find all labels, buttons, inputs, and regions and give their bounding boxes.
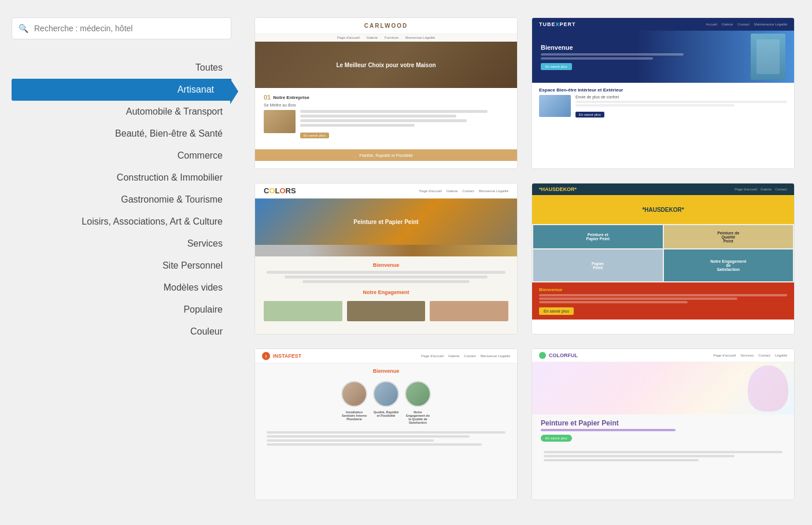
sidebar-item-populaire[interactable]: Populaire [12,299,231,321]
colors-nav: COLORS Page d'accueil Galerie Contact Bi… [255,183,517,199]
tubexpert-hero: Bienvenue En savoir plus [532,31,794,83]
sidebar-item-automobile[interactable]: Automobile & Transport [12,101,231,123]
template-card-hausdekor[interactable]: *HAUSDEKOR* Page d'accueil Galerie Conta… [532,183,795,335]
tubexpert-nav: TUBEXPERT Accueil Galerie Contact Mainte… [532,18,794,31]
instafest-circles [255,377,517,410]
search-input[interactable] [12,17,231,39]
instafest-nav: i INSTAFEST Page d'accueil Galerie Conta… [255,349,517,364]
instafest-labels: Installation Sanitaire Interne Plomberie… [255,410,517,428]
hausdekor-grid: Peinture etPapier Peint Peinture deQuali… [532,224,794,282]
main-content: CARLWOOD Page d'accueil Galerie Furnitur… [243,0,812,525]
carlwood-header: CARLWOOD [255,18,517,34]
sidebar-item-site-personnel[interactable]: Site Personnel [12,255,231,277]
colors-engagement: Notre Engagement [255,285,517,298]
colors-hero: Peinture et Papier Peint [255,199,517,245]
carlwood-section: 01 Notre Entreprise Se Mettre au Bois En… [255,88,517,145]
sidebar-item-construction[interactable]: Construction & Immobilier [12,167,231,189]
template-card-colorful[interactable]: COLORFUL Page d'accueil Services Contact… [532,348,795,500]
template-card-instafest[interactable]: i INSTAFEST Page d'accueil Galerie Conta… [254,348,518,500]
template-grid: CARLWOOD Page d'accueil Galerie Furnitur… [254,17,795,500]
hausdekor-welcome: Bienvenue En savoir plus [532,282,794,320]
search-icon: 🔍 [19,24,28,33]
sidebar: 🔍 Toutes Artisanat Automobile & Transpor… [0,0,243,525]
sidebar-item-toutes[interactable]: Toutes [12,57,231,79]
sidebar-item-services[interactable]: Services [12,233,231,255]
colorful-hero [532,362,794,414]
instafest-bienvenue: Bienvenue [255,364,517,377]
sidebar-item-gastronomie[interactable]: Gastronomie & Tourisme [12,189,231,211]
carlwood-hero: Le Meilleur Choix pour votre Maison [255,42,517,88]
sidebar-item-modeles-vides[interactable]: Modèles vides [12,277,231,299]
hausdekor-hero: *HAUSDEKOR* [532,195,794,224]
search-container: 🔍 [12,17,231,39]
sidebar-item-couleur[interactable]: Couleur [12,321,231,343]
sidebar-item-commerce[interactable]: Commerce [12,145,231,167]
carlwood-footer: Fiabilité, Rapidité et Flexibilité [255,149,517,161]
sidebar-item-artisanat[interactable]: Artisanat [12,79,231,101]
hausdekor-nav: *HAUSDEKOR* Page d'accueil Galerie Conta… [532,183,794,195]
colorful-nav: COLORFUL Page d'accueil Services Contact… [532,349,794,362]
template-card-colors[interactable]: COLORS Page d'accueil Galerie Contact Bi… [254,183,518,335]
template-card-carlwood[interactable]: CARLWOOD Page d'accueil Galerie Furnitur… [254,17,518,169]
carlwood-hero-text: Le Meilleur Choix pour votre Maison [336,62,435,68]
template-card-tubexpert[interactable]: TUBEXPERT Accueil Galerie Contact Mainte… [532,17,795,169]
category-nav: Toutes Artisanat Automobile & Transport … [12,57,231,343]
sidebar-item-beaute[interactable]: Beauté, Bien-être & Santé [12,123,231,145]
colors-bienvenue: Bienvenue [255,256,517,271]
sidebar-item-loisirs[interactable]: Loisirs, Associations, Art & Culture [12,211,231,233]
